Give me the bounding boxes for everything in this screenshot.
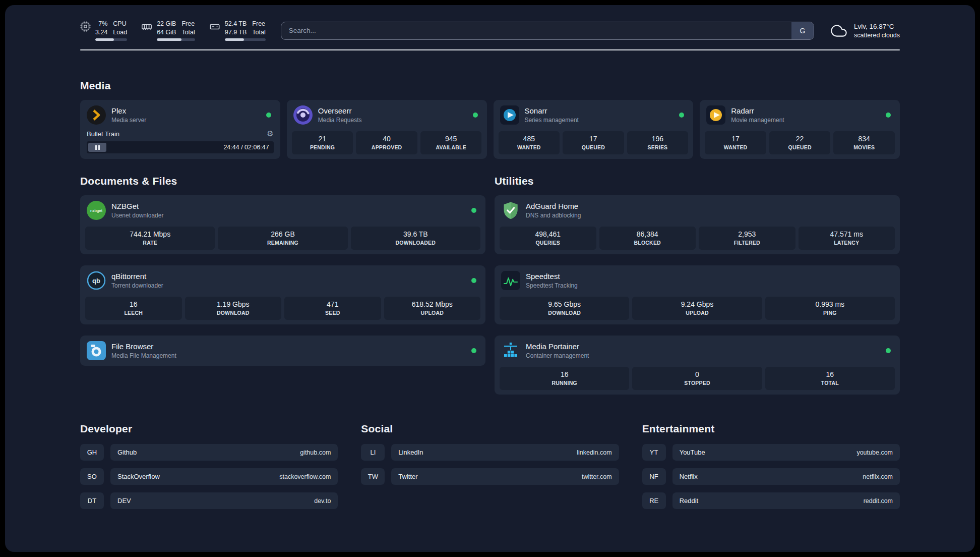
service-link-portainer[interactable]: Media Portainer Container management: [500, 340, 895, 361]
portainer-crane-icon: [501, 341, 520, 360]
stat-tile: 744.21 Mbps RATE: [85, 227, 215, 250]
stat-label: DOWNLOAD: [186, 310, 281, 316]
service-link-filebrowser[interactable]: File Browser Media File Management: [85, 340, 480, 361]
stat-tile: 9.24 Gbps UPLOAD: [632, 297, 762, 320]
stat-tile: 9.65 Gbps DOWNLOAD: [500, 297, 629, 320]
bookmark-abbr[interactable]: RE: [642, 492, 666, 509]
service-link-sonarr[interactable]: Sonarr Series management: [499, 104, 689, 126]
cpu-percent: 7%: [98, 20, 107, 27]
stat-tile: 40 APPROVED: [356, 131, 417, 154]
bookmark-link-dev[interactable]: DEV dev.to: [110, 492, 338, 509]
service-link-qbittorrent[interactable]: qb qBittorrent Torrent downloader: [85, 270, 480, 291]
bookmark-link-stackoverflow[interactable]: StackOverflow stackoverflow.com: [110, 468, 338, 485]
stat-tile: 16 RUNNING: [500, 367, 629, 390]
playback-time: 24:44 / 02:06:47: [223, 144, 269, 151]
bookmark-abbr[interactable]: SO: [80, 468, 104, 485]
bookmark-name: LinkedIn: [398, 449, 423, 456]
media-section: Plex Media server Bullet Train ⚙ 24:44 /…: [80, 100, 900, 159]
bookmark-abbr[interactable]: YT: [642, 444, 666, 461]
stat-tile: 498,461 QUERIES: [500, 227, 596, 250]
service-link-adguard[interactable]: AdGuard Home DNS and adblocking: [500, 200, 895, 221]
service-link-plex[interactable]: Plex Media server: [85, 104, 275, 126]
stat-tile: 618.52 Mbps UPLOAD: [384, 297, 481, 320]
search-input[interactable]: [281, 22, 814, 40]
stat-value: 16: [501, 370, 628, 378]
stat-label: TOTAL: [766, 380, 894, 386]
stat-label: LEECH: [86, 310, 181, 316]
stat-label: QUEUED: [770, 144, 830, 150]
service-card-adguard: AdGuard Home DNS and adblocking 498,461 …: [495, 195, 900, 254]
bookmark-link-linkedin[interactable]: LinkedIn linkedin.com: [391, 444, 619, 461]
bookmark-link-twitter[interactable]: Twitter twitter.com: [391, 468, 619, 485]
service-card-qbittorrent: qb qBittorrent Torrent downloader 16 LEE…: [80, 265, 485, 324]
stat-tile: 16 TOTAL: [765, 367, 895, 390]
service-title: Overseerr: [318, 106, 362, 116]
service-subtitle: Speedtest Tracking: [526, 282, 578, 289]
bookmark-row: RE Reddit reddit.com: [642, 492, 900, 509]
service-link-overseerr[interactable]: Overseerr Media Requests: [292, 104, 482, 126]
bookmark-abbr[interactable]: GH: [80, 444, 104, 461]
service-title: NZBGet: [111, 202, 163, 211]
bookmark-url: dev.to: [314, 497, 331, 505]
memory-total-value: 64 GiB: [157, 29, 176, 36]
bookmark-link-github[interactable]: Github github.com: [110, 444, 338, 461]
bookmark-abbr[interactable]: NF: [642, 468, 666, 485]
stat-value: 17: [706, 135, 765, 143]
section-title-documents: Documents & Files: [80, 175, 485, 187]
memory-icon: [141, 21, 152, 41]
stat-tile: 22 QUEUED: [769, 131, 831, 154]
radarr-icon: [706, 105, 725, 125]
bookmark-link-netflix[interactable]: Netflix netflix.com: [672, 468, 900, 485]
playback-progress-bar[interactable]: 24:44 / 02:06:47: [87, 141, 274, 153]
pause-icon[interactable]: [88, 143, 106, 152]
bookmark-link-reddit[interactable]: Reddit reddit.com: [672, 492, 900, 509]
service-subtitle: Torrent downloader: [111, 282, 163, 289]
stat-value: 17: [564, 135, 623, 143]
bookmark-link-youtube[interactable]: YouTube youtube.com: [672, 444, 900, 461]
service-title: Radarr: [731, 106, 784, 116]
bookmark-row: NF Netflix netflix.com: [642, 468, 900, 485]
stat-tile: 1.19 Gbps DOWNLOAD: [185, 297, 282, 320]
bookmark-abbr[interactable]: TW: [361, 468, 385, 485]
section-title-entertainment: Entertainment: [642, 423, 900, 435]
service-link-nzbget[interactable]: nzbget NZBGet Usenet downloader: [85, 200, 480, 221]
stat-label: PENDING: [293, 144, 352, 150]
stat-label: AVAILABLE: [421, 144, 481, 150]
service-subtitle: Container management: [526, 352, 589, 359]
service-title: AdGuard Home: [526, 202, 581, 211]
bookmark-row: SO StackOverflow stackoverflow.com: [80, 468, 338, 485]
stat-tile: 485 WANTED: [499, 131, 560, 154]
section-title-media: Media: [80, 80, 900, 92]
stat-value: 0: [633, 370, 761, 378]
service-title: Plex: [111, 106, 146, 116]
bookmark-abbr[interactable]: LI: [361, 444, 385, 461]
stat-value: 471: [285, 300, 380, 308]
search-provider-button[interactable]: G: [791, 22, 814, 39]
service-card-speedtest: Speedtest Speedtest Tracking 9.65 Gbps D…: [495, 265, 900, 324]
stat-label: DOWNLOADED: [352, 240, 479, 246]
bookmark-abbr[interactable]: DT: [80, 492, 104, 509]
settings-gear-icon[interactable]: ⚙: [267, 129, 273, 138]
stat-value: 16: [766, 370, 894, 378]
stat-value: 945: [421, 135, 481, 143]
service-link-radarr[interactable]: Radarr Movie management: [705, 104, 895, 126]
service-card-sonarr: Sonarr Series management 485 WANTED 17 Q…: [494, 100, 694, 159]
bookmark-name: DEV: [117, 497, 131, 505]
cpu-usage-bar: [95, 38, 127, 41]
topbar-divider: [80, 49, 900, 50]
section-title-social: Social: [361, 423, 619, 435]
stat-label: PING: [766, 310, 894, 316]
memory-free-value: 22 GiB: [157, 20, 176, 27]
stat-value: 1.19 Gbps: [186, 300, 281, 308]
status-dot: [679, 113, 684, 118]
service-link-speedtest[interactable]: Speedtest Speedtest Tracking: [500, 270, 895, 291]
section-title-utilities: Utilities: [495, 175, 900, 187]
disk-usage-bar: [225, 38, 266, 41]
stat-value: 618.52 Mbps: [385, 300, 480, 308]
cloud-icon: [829, 23, 848, 39]
stat-label: REMAINING: [219, 240, 346, 246]
adguard-shield-icon: [501, 201, 520, 220]
top-bar: 7% 3.24 CPU Load: [80, 20, 900, 41]
stat-label: UPLOAD: [385, 310, 480, 316]
social-bookmarks: Social LI LinkedIn linkedin.com TW Twitt…: [361, 423, 619, 517]
